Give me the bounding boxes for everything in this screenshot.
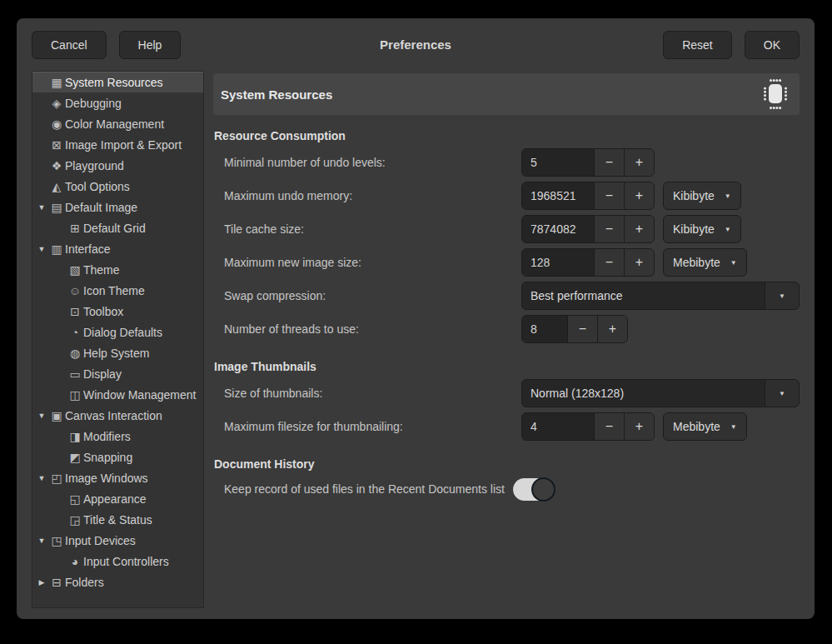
new-image-size-unit-dropdown[interactable]: Mebibyte ▼ bbox=[663, 248, 747, 277]
expander-open-icon[interactable]: ▼ bbox=[37, 412, 47, 420]
row-undo-memory: Maximum undo memory: − + Kibibyte ▼ bbox=[213, 179, 800, 212]
row-swap-compression: Swap compression: Best performance ▼ bbox=[213, 279, 800, 312]
threads-spinner: − + bbox=[521, 315, 628, 343]
tile-cache-input[interactable] bbox=[522, 216, 594, 242]
section-image-thumbnails: Image Thumbnails bbox=[214, 358, 800, 375]
expander-open-icon[interactable]: ▼ bbox=[37, 245, 47, 253]
sidebar-item-image-windows[interactable]: ▼ ◰ Image Windows bbox=[32, 467, 203, 488]
cancel-button[interactable]: Cancel bbox=[32, 31, 107, 59]
chevron-down-icon: ▼ bbox=[779, 292, 785, 300]
plus-icon[interactable]: + bbox=[624, 249, 654, 276]
preferences-tree: ▦ System Resources ◈ Debugging ◉ Color M… bbox=[32, 71, 204, 608]
sidebar-item-label: Default Image bbox=[65, 201, 137, 214]
tablet-icon: ◳ bbox=[49, 535, 64, 547]
modifiers-icon: ◨ bbox=[67, 431, 82, 442]
title-status-icon: ◲ bbox=[67, 514, 82, 526]
sidebar-item-appearance[interactable]: ◱ Appearance bbox=[32, 488, 203, 509]
minus-icon[interactable]: − bbox=[594, 249, 624, 276]
plus-icon[interactable]: + bbox=[624, 149, 654, 176]
sidebar-item-folders[interactable]: ▶ ⊟ Folders bbox=[32, 572, 203, 592]
sidebar-item-canvas-interaction[interactable]: ▼ ▣ Canvas Interaction bbox=[32, 405, 203, 426]
dialog-defaults-icon: ◔ bbox=[67, 327, 82, 338]
undo-memory-spinner: − + bbox=[521, 182, 655, 210]
sidebar-item-debugging[interactable]: ◈ Debugging bbox=[32, 92, 203, 113]
undo-levels-label: Minimal number of undo levels: bbox=[224, 156, 521, 169]
swap-compression-dropdown[interactable]: Best performance ▼ bbox=[521, 282, 800, 310]
icon-theme-icon: ☺ bbox=[67, 285, 82, 297]
dialog-body: ▦ System Resources ◈ Debugging ◉ Color M… bbox=[17, 71, 815, 621]
sidebar-item-default-image[interactable]: ▼ ▤ Default Image bbox=[32, 197, 203, 217]
sidebar-item-tool-options[interactable]: ◭ Tool Options bbox=[32, 176, 203, 197]
sidebar-item-interface[interactable]: ▼ ▥ Interface bbox=[32, 238, 203, 259]
sidebar-item-display[interactable]: ▭ Display bbox=[32, 363, 203, 384]
help-button[interactable]: Help bbox=[119, 31, 182, 59]
sidebar-item-input-controllers[interactable]: ◕ Input Controllers bbox=[32, 551, 203, 572]
sidebar-item-snapping[interactable]: ◩ Snapping bbox=[32, 447, 203, 467]
expander-open-icon[interactable]: ▼ bbox=[37, 537, 47, 545]
new-image-size-input[interactable] bbox=[522, 249, 594, 276]
sidebar-item-window-management[interactable]: ◫ Window Management bbox=[32, 384, 203, 405]
thumb-size-dropdown[interactable]: Normal (128x128) ▼ bbox=[521, 379, 800, 407]
sidebar-item-input-devices[interactable]: ▼ ◳ Input Devices bbox=[32, 530, 203, 551]
tile-cache-unit-dropdown[interactable]: Kibibyte ▼ bbox=[663, 215, 741, 243]
sidebar-item-system-resources[interactable]: ▦ System Resources bbox=[32, 72, 203, 92]
reset-button[interactable]: Reset bbox=[663, 31, 732, 59]
folders-icon: ⊟ bbox=[49, 577, 64, 588]
undo-memory-label: Maximum undo memory: bbox=[224, 189, 521, 202]
sidebar-item-image-import-export[interactable]: ⊠ Image Import & Export bbox=[32, 134, 203, 155]
cpu-icon: ▦ bbox=[49, 77, 64, 88]
cpu-chip-icon bbox=[758, 77, 793, 112]
expander-open-icon[interactable]: ▼ bbox=[37, 474, 47, 482]
plus-icon[interactable]: + bbox=[624, 216, 654, 242]
snapping-icon: ◩ bbox=[67, 452, 82, 463]
toolbox-icon: ⊡ bbox=[67, 306, 82, 317]
sidebar-item-modifiers[interactable]: ◨ Modifiers bbox=[32, 426, 203, 447]
sidebar-item-label: System Resources bbox=[65, 76, 162, 89]
sidebar-item-default-grid[interactable]: ⊞ Default Grid bbox=[32, 217, 203, 238]
unit-value: Mebibyte bbox=[673, 256, 720, 269]
undo-memory-input[interactable] bbox=[522, 182, 594, 209]
import-export-icon: ⊠ bbox=[49, 139, 64, 151]
minus-icon[interactable]: − bbox=[594, 182, 624, 209]
sidebar-item-icon-theme[interactable]: ☺ Icon Theme bbox=[32, 280, 203, 301]
threads-label: Number of threads to use: bbox=[224, 322, 521, 336]
titlebar: Cancel Help Preferences Reset OK bbox=[17, 18, 815, 71]
sidebar-item-color-management[interactable]: ◉ Color Management bbox=[32, 113, 203, 134]
threads-input[interactable] bbox=[522, 316, 567, 342]
swap-compression-label: Swap compression: bbox=[224, 289, 521, 302]
thumb-size-label: Size of thumbnails: bbox=[224, 387, 521, 400]
sidebar-item-label: Window Management bbox=[83, 388, 196, 402]
minus-icon[interactable]: − bbox=[594, 149, 624, 176]
minus-icon[interactable]: − bbox=[594, 413, 624, 440]
plus-icon[interactable]: + bbox=[624, 182, 654, 209]
sidebar-item-dialog-defaults[interactable]: ◔ Dialog Defaults bbox=[32, 322, 203, 342]
thumb-filesize-input[interactable] bbox=[522, 413, 594, 440]
dropdown-arrow-box: ▼ bbox=[765, 380, 799, 407]
thumb-filesize-unit-dropdown[interactable]: Mebibyte ▼ bbox=[663, 412, 747, 441]
ok-button[interactable]: OK bbox=[745, 31, 800, 59]
preferences-dialog: Cancel Help Preferences Reset OK ▦ Syste… bbox=[17, 18, 815, 619]
sidebar-item-toolbox[interactable]: ⊡ Toolbox bbox=[32, 301, 203, 322]
sidebar-item-label: Canvas Interaction bbox=[65, 409, 162, 422]
canvas-icon: ▣ bbox=[49, 410, 64, 422]
expander-open-icon[interactable]: ▼ bbox=[37, 203, 47, 212]
tool-icon: ◭ bbox=[49, 181, 64, 192]
sidebar-item-label: Input Devices bbox=[65, 534, 136, 547]
minus-icon[interactable]: − bbox=[594, 216, 624, 242]
sidebar-item-help-system[interactable]: ◍ Help System bbox=[32, 342, 203, 363]
minus-icon[interactable]: − bbox=[567, 316, 597, 342]
sidebar-item-theme[interactable]: ▧ Theme bbox=[32, 259, 203, 280]
plus-icon[interactable]: + bbox=[624, 413, 654, 440]
sidebar-item-label: Interface bbox=[65, 242, 110, 256]
expander-closed-icon[interactable]: ▶ bbox=[37, 578, 47, 587]
undo-memory-unit-dropdown[interactable]: Kibibyte ▼ bbox=[663, 182, 741, 210]
recent-documents-toggle[interactable] bbox=[513, 478, 555, 501]
plus-icon[interactable]: + bbox=[597, 316, 627, 342]
sidebar-item-label: Icon Theme bbox=[83, 284, 145, 297]
sidebar-item-label: Color Management bbox=[65, 117, 164, 131]
sidebar-item-playground[interactable]: ❖ Playground bbox=[32, 155, 203, 176]
undo-levels-input[interactable] bbox=[522, 149, 594, 176]
panel-header: System Resources bbox=[213, 73, 800, 115]
sidebar-item-title-status[interactable]: ◲ Title & Status bbox=[32, 509, 203, 530]
sidebar-item-label: Playground bbox=[65, 159, 124, 172]
